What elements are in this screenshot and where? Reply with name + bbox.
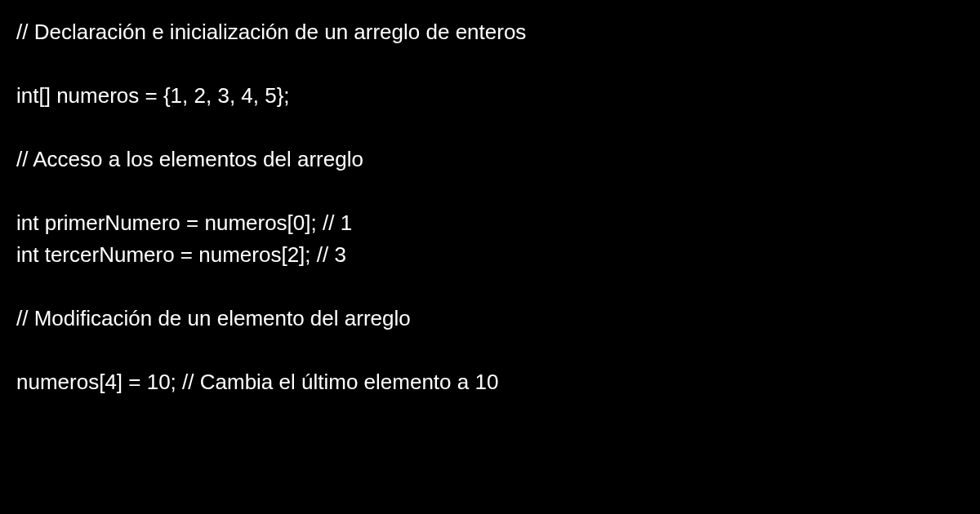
code-comment-declaration: // Declaración e inicialización de un ar… bbox=[16, 16, 964, 48]
code-comment-modify: // Modificación de un elemento del arreg… bbox=[16, 303, 964, 335]
blank-line bbox=[16, 112, 964, 144]
blank-line bbox=[16, 335, 964, 366]
code-access-first: int primerNumero = numeros[0]; // 1 bbox=[16, 207, 964, 239]
blank-line bbox=[16, 48, 964, 80]
code-access-third: int tercerNumero = numeros[2]; // 3 bbox=[16, 239, 964, 271]
code-comment-access: // Acceso a los elementos del arreglo bbox=[16, 144, 964, 175]
code-block: // Declaración e inicialización de un ar… bbox=[16, 16, 964, 398]
code-modify-element: numeros[4] = 10; // Cambia el último ele… bbox=[16, 366, 964, 398]
blank-line bbox=[16, 271, 964, 303]
code-array-init: int[] numeros = {1, 2, 3, 4, 5}; bbox=[16, 80, 964, 112]
blank-line bbox=[16, 175, 964, 207]
